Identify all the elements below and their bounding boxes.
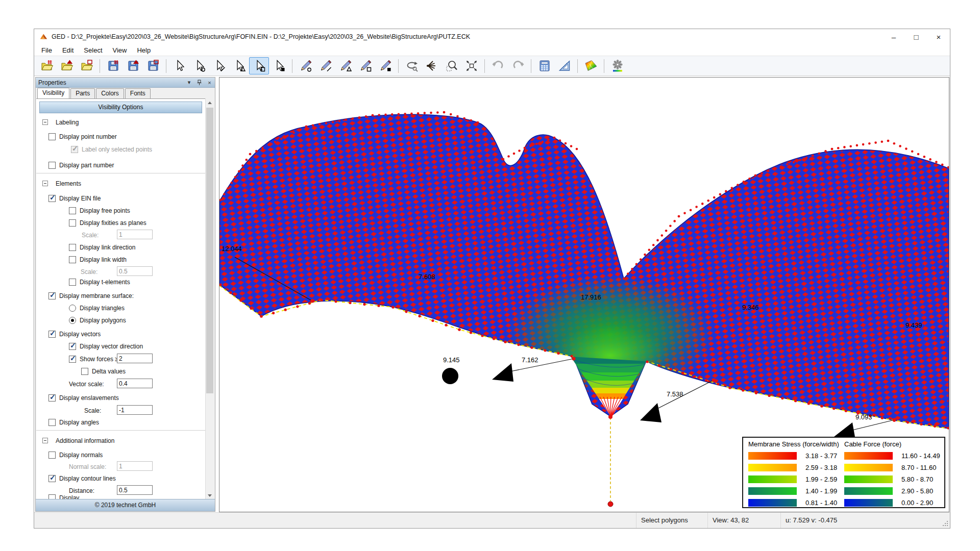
select-links-button[interactable] xyxy=(209,57,229,74)
display-membrane-surface-checkbox[interactable] xyxy=(48,292,56,299)
redo-button[interactable] xyxy=(508,57,528,74)
display-vector-direction-checkbox[interactable] xyxy=(69,343,76,350)
menu-help[interactable]: Help xyxy=(132,45,156,55)
display-link-direction-checkbox[interactable] xyxy=(69,244,76,251)
draw-polygon-button[interactable] xyxy=(355,57,375,74)
orbit-view-button[interactable] xyxy=(402,57,422,74)
measure-button[interactable] xyxy=(554,57,574,74)
legend-color-bar xyxy=(844,452,893,460)
display-vectors-checkbox[interactable] xyxy=(48,331,56,338)
display-contour-lines-checkbox[interactable] xyxy=(48,475,56,482)
enslavement-scale-input[interactable] xyxy=(117,405,153,415)
calculator-button[interactable] xyxy=(534,57,554,74)
group-labeling: Labeling xyxy=(42,118,79,127)
select-triangles-button[interactable] xyxy=(229,57,249,74)
visibility-options-header: Visibility Options xyxy=(39,102,202,113)
display-angles-checkbox[interactable] xyxy=(48,419,56,426)
panel-close-icon[interactable]: × xyxy=(206,79,213,86)
display-triangles-radio[interactable] xyxy=(69,305,76,312)
viewport-3d[interactable]: 12.044 7.608 17.916 9.346 9.439 9.145 7.… xyxy=(219,77,949,512)
tab-fonts[interactable]: Fonts xyxy=(125,88,151,98)
menu-select[interactable]: Select xyxy=(79,45,107,55)
panel-pin-icon[interactable] xyxy=(195,79,203,86)
normal-scale-input[interactable] xyxy=(117,461,153,471)
stress-view-button[interactable] xyxy=(581,57,601,74)
maximize-button[interactable]: □ xyxy=(905,29,927,44)
display-link-width-checkbox[interactable] xyxy=(69,256,76,263)
close-button[interactable]: × xyxy=(927,29,950,44)
distance-input[interactable] xyxy=(117,485,153,495)
panel-scrollbar[interactable] xyxy=(205,98,214,500)
zoom-window-button[interactable] xyxy=(442,57,461,74)
menu-file[interactable]: File xyxy=(36,45,57,55)
legend-row: 5.80 - 8.70 xyxy=(844,473,940,485)
open-triangle-file-button[interactable] xyxy=(57,57,77,74)
menu-edit[interactable]: Edit xyxy=(57,45,79,55)
undo-button[interactable] xyxy=(488,57,508,74)
draw-element-button[interactable] xyxy=(375,57,395,74)
center-view-button[interactable] xyxy=(422,57,442,74)
display-free-points-checkbox[interactable] xyxy=(69,207,76,214)
settings-button[interactable] xyxy=(607,57,627,74)
display-part-number-checkbox[interactable] xyxy=(48,162,56,169)
fixities-scale-input[interactable] xyxy=(117,230,153,239)
select-cursor-button[interactable] xyxy=(169,57,189,74)
zoom-fit-button[interactable] xyxy=(461,57,481,74)
display-ein-file-checkbox[interactable] xyxy=(48,195,56,202)
show-forces-checkbox[interactable] xyxy=(69,356,76,363)
tab-visibility[interactable]: Visibility xyxy=(37,88,69,98)
draw-triangle-button[interactable] xyxy=(335,57,355,74)
display-enslavements-checkbox[interactable] xyxy=(48,394,56,402)
window-title: GED - D:\2_Projekte\Easy\2020\03_26_Webs… xyxy=(52,33,470,40)
select-polygons-icon xyxy=(253,59,266,72)
save-ein-file-button[interactable] xyxy=(103,57,123,74)
row-display-normals: Display normals xyxy=(48,450,103,459)
display-fixities-checkbox[interactable] xyxy=(69,219,76,227)
draw-point-button[interactable] xyxy=(296,57,315,74)
legend-color-bar xyxy=(844,487,893,495)
group-elements: Elements xyxy=(42,179,81,188)
collapse-icon[interactable] xyxy=(42,181,48,186)
scrollbar-thumb[interactable] xyxy=(206,108,213,393)
open-ein-file-button[interactable] xyxy=(37,57,57,74)
force-label: 9.145 xyxy=(443,356,460,364)
tab-colors[interactable]: Colors xyxy=(96,88,124,98)
select-points-button[interactable] xyxy=(189,57,209,74)
select-elements-button[interactable] xyxy=(269,57,289,74)
force-label: 12.044 xyxy=(222,245,242,253)
vector-scale-input[interactable] xyxy=(117,379,153,388)
save-polygon-file-button[interactable] xyxy=(143,57,163,74)
legend-color-bar xyxy=(748,487,797,495)
display-t-elements-checkbox[interactable] xyxy=(69,279,76,286)
legend-row: 8.70 - 11.60 xyxy=(844,462,940,473)
link-scale-input[interactable] xyxy=(117,266,153,276)
collapse-icon[interactable] xyxy=(42,119,48,125)
select-elements-icon xyxy=(273,59,286,72)
draw-polygon-icon xyxy=(359,59,372,72)
open-polygon-file-button[interactable] xyxy=(77,57,96,74)
status-mode: Select polygons xyxy=(636,513,707,528)
properties-caption: Properties ▾ × xyxy=(36,78,215,88)
display-point-number-checkbox[interactable] xyxy=(48,133,56,140)
visibility-tree: Visibility Options Labeling Display poin… xyxy=(36,98,206,500)
delta-values-checkbox[interactable] xyxy=(81,368,88,375)
scroll-up-icon[interactable] xyxy=(206,98,214,107)
select-polygons-button[interactable] xyxy=(249,57,269,74)
collapse-icon[interactable] xyxy=(42,438,48,443)
panel-menu-chevron-icon[interactable]: ▾ xyxy=(185,79,193,86)
display-normals-checkbox[interactable] xyxy=(48,452,56,459)
show-forces-input[interactable] xyxy=(117,354,153,363)
display-polygons-radio[interactable] xyxy=(69,317,76,324)
save-triangle-file-button[interactable] xyxy=(123,57,143,74)
draw-link-button[interactable] xyxy=(315,57,335,74)
minimize-button[interactable]: – xyxy=(883,29,905,44)
divider xyxy=(36,173,206,173)
menu-view[interactable]: View xyxy=(108,45,132,55)
label-only-selected-checkbox[interactable] xyxy=(71,146,78,153)
tab-parts[interactable]: Parts xyxy=(70,88,95,98)
toolbar-separator xyxy=(577,59,578,73)
center-view-icon xyxy=(425,59,438,72)
menu-bar: File Edit Select View Help xyxy=(34,44,950,56)
legend-row: 3.18 - 3.77 xyxy=(748,450,837,462)
resize-grip[interactable] xyxy=(947,525,948,526)
